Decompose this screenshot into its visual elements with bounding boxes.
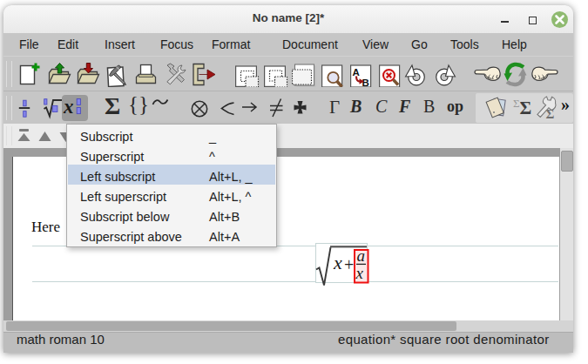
svg-text:A: A (352, 67, 359, 78)
svg-text:+: + (344, 255, 354, 274)
svg-text:Σ: Σ (546, 107, 555, 120)
svg-text:B: B (362, 78, 368, 87)
svg-text:x: x (333, 252, 342, 273)
svg-text:x: x (355, 264, 364, 282)
svg-text:a: a (357, 246, 366, 265)
svg-text:x: x (63, 96, 74, 118)
